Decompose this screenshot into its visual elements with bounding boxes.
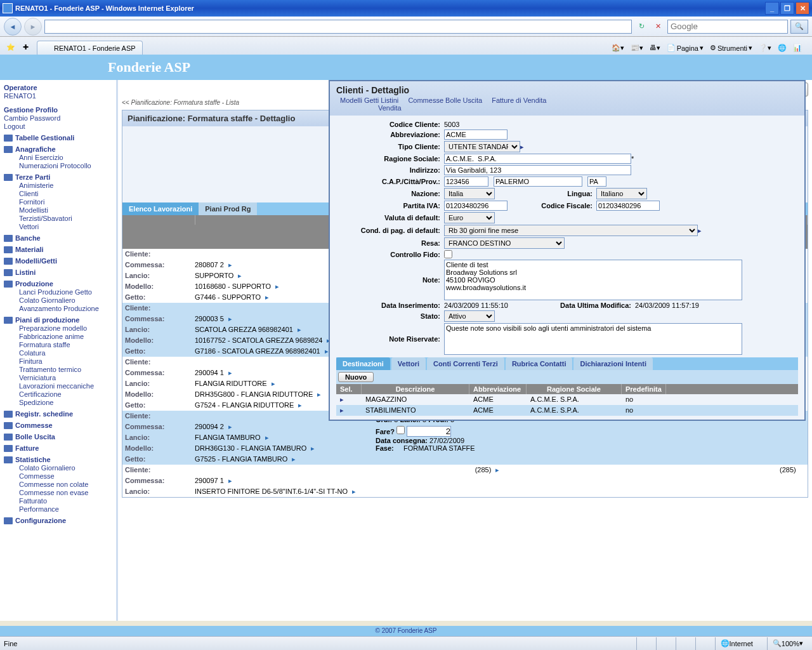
- home-button[interactable]: 🏠▾: [610, 43, 625, 53]
- tools-menu[interactable]: ⚙ Strumenti ▾: [709, 43, 754, 53]
- app-title: Fonderie ASP: [108, 59, 190, 76]
- back-button[interactable]: ◄: [4, 18, 22, 36]
- print-button[interactable]: 🖶▾: [648, 43, 662, 53]
- window-title: RENATO1 - Fonderie ASP - Windows Interne…: [15, 4, 194, 12]
- extra-icon-1[interactable]: 🌐: [776, 43, 788, 53]
- ie-tools: 🏠▾ 📰▾ 🖶▾ 📄 Pagina ▾ ⚙ Strumenti ▾ ❔▾ 🌐 📊: [605, 41, 808, 55]
- favorites-icon[interactable]: ⭐: [6, 43, 18, 55]
- app-header: Fonderie ASP: [0, 55, 812, 80]
- extra-icon-2[interactable]: 📊: [792, 43, 803, 53]
- maximize-button[interactable]: ❐: [780, 2, 794, 15]
- close-button[interactable]: ✕: [796, 2, 809, 15]
- nav-toolbar: ◄ ► ↻ ✕ 🔍: [0, 17, 812, 37]
- feeds-button[interactable]: 📰▾: [629, 43, 645, 53]
- page-menu[interactable]: 📄 Pagina ▾: [665, 43, 705, 53]
- page-icon: [48, 22, 56, 31]
- tab-icon: [44, 44, 51, 52]
- tab-bar: ⭐ ✚ RENATO1 - Fonderie ASP 🏠▾ 📰▾ 🖶▾ 📄 Pa…: [0, 37, 812, 55]
- forward-button[interactable]: ►: [24, 18, 42, 36]
- add-favorite-icon[interactable]: ✚: [23, 43, 34, 55]
- browser-tab[interactable]: RENATO1 - Fonderie ASP: [37, 41, 143, 55]
- minimize-button[interactable]: _: [765, 2, 779, 15]
- help-menu[interactable]: ❔▾: [757, 43, 773, 53]
- search-input[interactable]: [667, 20, 788, 34]
- window-titlebar: RENATO1 - Fonderie ASP - Windows Interne…: [0, 0, 812, 17]
- ie-icon: [3, 3, 13, 13]
- search-button[interactable]: 🔍: [790, 20, 808, 34]
- address-bar[interactable]: [44, 20, 632, 34]
